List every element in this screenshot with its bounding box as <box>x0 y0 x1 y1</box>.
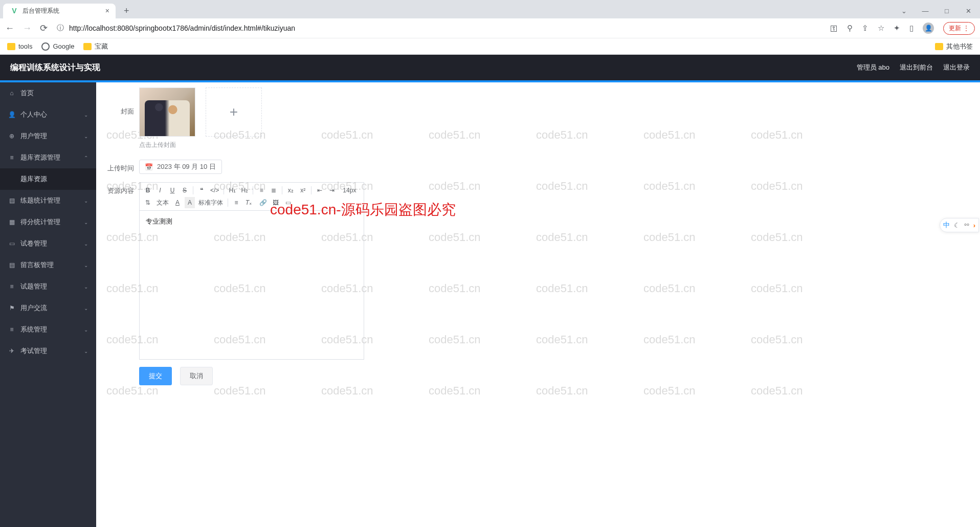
dropdown-icon[interactable]: ⌄ <box>899 7 908 15</box>
ime-lang[interactable]: 中 <box>943 221 950 230</box>
minimize-icon[interactable]: — <box>921 7 930 15</box>
h2-icon[interactable]: H₂ <box>239 185 250 196</box>
unordered-list-icon[interactable]: ≣ <box>269 185 279 196</box>
sidebar-item-score[interactable]: ▦得分统计管理⌄ <box>0 211 96 233</box>
site-info-icon[interactable]: ⓘ <box>57 24 64 33</box>
bookmarks-bar: tools Google 宝藏 其他书签 <box>0 38 980 54</box>
bookmark-icon[interactable]: ☆ <box>878 24 884 33</box>
sidebar-item-profile[interactable]: 👤个人中心⌄ <box>0 104 96 125</box>
fontsize-select[interactable]: 14px <box>341 186 358 194</box>
bgcolor-icon[interactable]: A <box>185 197 195 208</box>
msg-icon: ▤ <box>8 261 15 269</box>
align-icon[interactable]: ≡ <box>231 197 241 208</box>
chevron-down-icon: ⌄ <box>84 348 88 354</box>
italic-icon[interactable]: I <box>155 185 165 196</box>
add-cover-button[interactable]: + <box>206 87 262 137</box>
ordered-list-icon[interactable]: ≡ <box>256 185 266 196</box>
chevron-down-icon: ⌄ <box>84 134 88 139</box>
sidebar-item-shiti[interactable]: ≡试题管理⌄ <box>0 276 96 297</box>
fontfamily-select[interactable]: 标准字体 <box>197 198 225 208</box>
code-icon[interactable]: </> <box>209 185 220 196</box>
strike-icon[interactable]: S <box>180 185 190 196</box>
sidebar-item-message[interactable]: ▤留言板管理⌄ <box>0 254 96 276</box>
ime-more-icon[interactable]: ᵒᵒ <box>964 222 969 229</box>
close-window-icon[interactable]: ✕ <box>964 7 973 15</box>
url-bar[interactable]: ⓘ http://localhost:8080/springbootx1786/… <box>54 24 824 33</box>
ime-widget[interactable]: 中 ☾ ᵒᵒ › <box>940 218 979 232</box>
content-label: 资源内容 <box>101 182 139 195</box>
h1-icon[interactable]: H₁ <box>227 185 237 196</box>
users-icon: ⊕ <box>8 133 15 140</box>
update-button[interactable]: 更新⋮ <box>943 22 975 35</box>
exam-icon: ✈ <box>8 347 15 355</box>
list-icon: ≡ <box>8 154 15 161</box>
header-logout[interactable]: 退出登录 <box>943 63 970 72</box>
close-tab-icon[interactable]: × <box>105 7 109 15</box>
share-icon[interactable]: ⇪ <box>862 24 868 33</box>
extensions-icon[interactable]: ✦ <box>894 24 900 33</box>
indent-right-icon[interactable]: ⇥ <box>327 185 337 196</box>
header-user[interactable]: 管理员 abo <box>857 63 889 72</box>
profile-avatar[interactable]: 👤 <box>923 23 934 34</box>
maximize-icon[interactable]: □ <box>942 7 951 15</box>
cancel-button[interactable]: 取消 <box>180 367 213 385</box>
app-body: ⌂首页 👤个人中心⌄ ⊕用户管理⌄ ≡题库资源管理⌃ 题库资源 ▤练题统计管理⌄… <box>0 82 980 527</box>
textcolor-icon[interactable]: A <box>172 197 183 208</box>
video-icon[interactable]: ▭ <box>283 197 293 208</box>
browser-tab[interactable]: V 后台管理系统 × <box>3 4 116 18</box>
sys-icon: ≡ <box>8 326 15 333</box>
sidebar-sub-tikuziyuan[interactable]: 题库资源 <box>0 168 96 190</box>
chevron-down-icon: ⌄ <box>84 327 88 333</box>
search-icon[interactable]: ⚲ <box>847 24 853 33</box>
address-bar-row: ← → ⟳ ⓘ http://localhost:8080/springboot… <box>0 18 980 38</box>
bookmark-google[interactable]: Google <box>41 42 74 51</box>
underline-icon[interactable]: U <box>167 185 177 196</box>
chevron-down-icon: ⌄ <box>84 241 88 247</box>
forward-icon[interactable]: → <box>23 23 32 34</box>
editor-textarea[interactable]: 专业测测 <box>140 211 364 359</box>
panel-icon[interactable]: ▯ <box>909 24 914 33</box>
uploadtime-label: 上传时间 <box>101 160 139 173</box>
link-icon[interactable]: 🔗 <box>258 197 269 208</box>
sidebar-item-lianti[interactable]: ▤练题统计管理⌄ <box>0 190 96 211</box>
submit-button[interactable]: 提交 <box>139 367 172 385</box>
sidebar-item-tikuziyuan[interactable]: ≡题库资源管理⌃ <box>0 147 96 168</box>
superscript-icon[interactable]: x² <box>298 185 308 196</box>
sidebar-item-paper[interactable]: ▭试卷管理⌄ <box>0 233 96 254</box>
watermark-text: code51.cn <box>536 384 588 398</box>
image-icon[interactable]: 🖼 <box>271 197 281 208</box>
moon-icon[interactable]: ☾ <box>954 222 960 229</box>
clear-format-icon[interactable]: Tₓ <box>243 197 254 208</box>
quote-icon[interactable]: ❝ <box>196 185 207 196</box>
bookmark-treasure[interactable]: 宝藏 <box>83 42 108 51</box>
date-input[interactable]: 📅 2023 年 09 月 10 日 <box>139 160 222 174</box>
sidebar-item-communicate[interactable]: ⚑用户交流⌄ <box>0 297 96 319</box>
ime-arrow-icon[interactable]: › <box>973 222 975 229</box>
row-uploadtime: 上传时间 📅 2023 年 09 月 10 日 <box>101 160 970 174</box>
paper-icon: ▭ <box>8 240 15 247</box>
new-tab-button[interactable]: + <box>120 5 133 17</box>
app-header: 编程训练系统设计与实现 管理员 abo 退出到前台 退出登录 <box>0 55 980 80</box>
editor-toolbar: B I U S ❝ </> H₁ H₂ ≡ ≣ x₂ <box>140 183 364 211</box>
row-content: 资源内容 B I U S ❝ </> H₁ H₂ ≡ <box>101 182 970 360</box>
watermark-text: code51.cn <box>106 384 159 398</box>
bold-icon[interactable]: B <box>143 185 153 196</box>
bookmark-tools[interactable]: tools <box>7 42 32 50</box>
subscript-icon[interactable]: x₂ <box>285 185 296 196</box>
editor-content-text: 专业测测 <box>146 217 172 225</box>
header-back-front[interactable]: 退出到前台 <box>900 63 933 72</box>
sidebar-item-home[interactable]: ⌂首页 <box>0 82 96 104</box>
indent-left-icon[interactable]: ⇤ <box>315 185 325 196</box>
stepper-icon[interactable]: ⇅ <box>143 197 153 208</box>
reload-icon[interactable]: ⟳ <box>40 23 48 34</box>
sidebar-item-system[interactable]: ≡系统管理⌄ <box>0 319 96 340</box>
bookmark-other[interactable]: 其他书签 <box>935 42 973 51</box>
score-icon: ▦ <box>8 218 15 226</box>
sidebar-item-exam[interactable]: ✈考试管理⌄ <box>0 340 96 362</box>
key-icon[interactable]: ⚿ <box>830 24 838 33</box>
back-icon[interactable]: ← <box>5 23 14 34</box>
app-root: 编程训练系统设计与实现 管理员 abo 退出到前台 退出登录 ⌂首页 👤个人中心… <box>0 55 980 527</box>
texttype-select[interactable]: 文本 <box>155 198 170 208</box>
cover-image[interactable] <box>139 87 195 137</box>
sidebar-item-users[interactable]: ⊕用户管理⌄ <box>0 125 96 147</box>
